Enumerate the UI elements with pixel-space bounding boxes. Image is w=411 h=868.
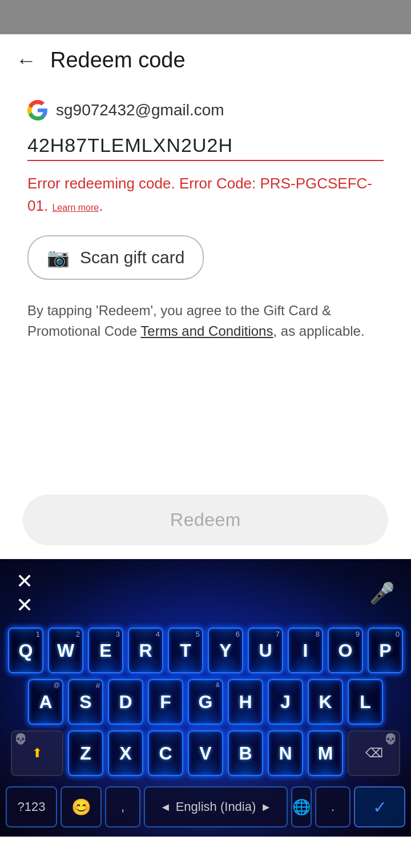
lang-right-arrow: ►	[260, 801, 272, 814]
key-r[interactable]: 4R	[128, 628, 163, 673]
shift-key[interactable]: ⬆ 💀	[11, 730, 63, 776]
key-w[interactable]: 2W	[48, 628, 83, 673]
key-o[interactable]: 9O	[328, 628, 363, 673]
key-comma[interactable]: ,	[105, 786, 140, 827]
key-enter[interactable]: ✓	[354, 786, 405, 827]
keyboard-row-2: @A #S D F &G H J K L	[6, 679, 405, 725]
key-p[interactable]: 0P	[368, 628, 403, 673]
key-h[interactable]: H	[228, 679, 263, 725]
key-emoji[interactable]: 😊	[61, 786, 102, 827]
globe-icon: 🌐	[292, 798, 311, 816]
scan-gift-card-button[interactable]: 📷 Scan gift card	[27, 235, 204, 280]
comma-label: ,	[121, 799, 124, 814]
key-s[interactable]: #S	[68, 679, 103, 725]
key-y[interactable]: 6Y	[208, 628, 243, 673]
keyboard-row-3: ⬆ 💀 Z X C V B N M ⌫ 💀	[6, 730, 405, 776]
key-k[interactable]: K	[308, 679, 343, 725]
key-f[interactable]: F	[148, 679, 183, 725]
keyboard-tools-icon[interactable]: ✕✕	[16, 569, 33, 617]
key-g[interactable]: &G	[188, 679, 223, 725]
redeem-button[interactable]: Redeem	[23, 495, 388, 545]
terms-link[interactable]: Terms and Conditions	[140, 323, 273, 339]
emoji-icon: 😊	[71, 798, 91, 817]
key-n[interactable]: N	[268, 730, 303, 776]
terms-text: By tapping 'Redeem', you agree to the Gi…	[27, 300, 384, 341]
keyboard-bottom-row: ?123 😊 , ◄ English (India) ► 🌐 . ✓	[0, 782, 411, 837]
content-area: sg9072432@gmail.com Error redeeming code…	[0, 82, 411, 355]
keyboard-row-1: 1Q 2W 3E 4R 5T 6Y 7U 8I 9O 0P	[6, 628, 405, 673]
code-input[interactable]	[27, 134, 384, 156]
key-b[interactable]: B	[228, 730, 263, 776]
key-period[interactable]: .	[315, 786, 350, 827]
key-c[interactable]: C	[148, 730, 183, 776]
learn-more-link[interactable]: Learn more	[52, 203, 99, 212]
key-e[interactable]: 3E	[88, 628, 123, 673]
lang-label: English (India)	[176, 799, 256, 814]
key-u[interactable]: 7U	[248, 628, 283, 673]
key-q[interactable]: 1Q	[8, 628, 43, 673]
key-x[interactable]: X	[108, 730, 143, 776]
key-globe[interactable]: 🌐	[291, 786, 312, 827]
key-v[interactable]: V	[188, 730, 223, 776]
google-logo	[27, 100, 48, 120]
enter-checkmark: ✓	[373, 797, 387, 817]
key-z[interactable]: Z	[68, 730, 103, 776]
numeric-label: ?123	[18, 799, 46, 814]
lang-left-arrow: ◄	[160, 801, 171, 814]
key-m[interactable]: M	[308, 730, 343, 776]
keyboard-rows: 1Q 2W 3E 4R 5T 6Y 7U 8I 9O 0P @A #S D F …	[0, 623, 411, 776]
key-i[interactable]: 8I	[288, 628, 323, 673]
account-row: sg9072432@gmail.com	[27, 100, 384, 120]
keyboard: ✕✕ 🎤 1Q 2W 3E 4R 5T 6Y 7U 8I 9O 0P @A #S…	[0, 559, 411, 837]
error-suffix: .	[99, 197, 103, 214]
key-j[interactable]: J	[268, 679, 303, 725]
period-label: .	[331, 799, 335, 814]
key-l[interactable]: L	[348, 679, 383, 725]
header: ← Redeem code	[0, 34, 411, 82]
key-language[interactable]: ◄ English (India) ►	[144, 786, 288, 827]
page-title: Redeem code	[50, 48, 186, 73]
backspace-key[interactable]: ⌫ 💀	[348, 730, 400, 776]
back-button[interactable]: ←	[16, 50, 37, 71]
redeem-section: Redeem	[0, 481, 411, 559]
key-t[interactable]: 5T	[168, 628, 203, 673]
keyboard-top-bar: ✕✕ 🎤	[0, 559, 411, 623]
terms-suffix: , as applicable.	[273, 323, 364, 339]
error-block: Error redeeming code. Error Code: PRS-PG…	[27, 172, 384, 217]
code-input-wrapper	[27, 134, 384, 161]
status-bar	[0, 0, 411, 34]
key-numeric-toggle[interactable]: ?123	[6, 786, 57, 827]
scan-label: Scan gift card	[80, 248, 184, 267]
account-email: sg9072432@gmail.com	[56, 101, 224, 119]
keyboard-mic-icon[interactable]: 🎤	[369, 581, 395, 605]
camera-icon: 📷	[47, 247, 70, 268]
key-a[interactable]: @A	[28, 679, 63, 725]
key-d[interactable]: D	[108, 679, 143, 725]
